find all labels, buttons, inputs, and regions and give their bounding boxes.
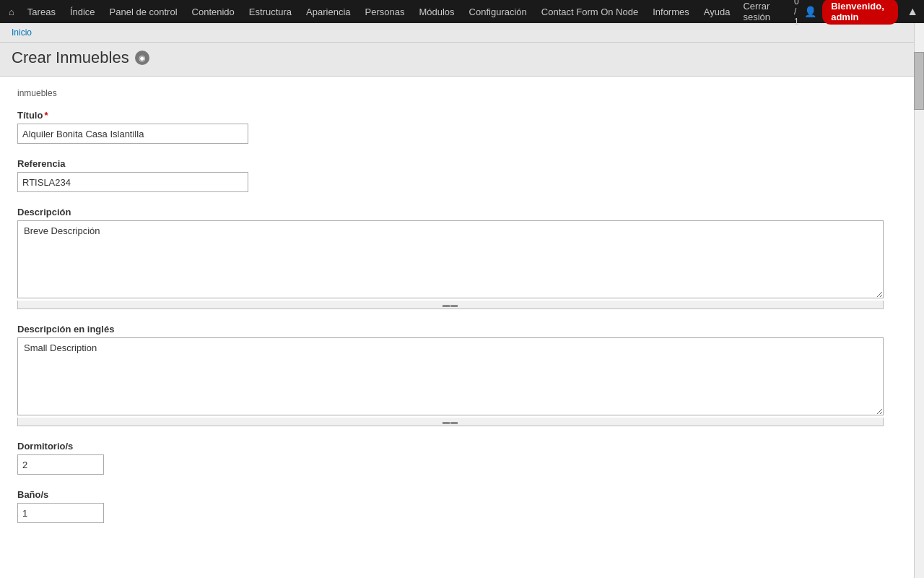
descripcion-label: Descripción: [17, 207, 907, 217]
home-icon: ⌂: [9, 7, 14, 17]
resize-dots: ▬▬: [443, 301, 458, 309]
referencia-label: Referencia: [17, 158, 907, 169]
main-content: inmuebles Título* Referencia Descripción…: [0, 77, 924, 549]
scroll-up-arrow[interactable]: ▲: [904, 5, 921, 18]
page-title: Crear Inmuebles: [12, 48, 129, 67]
nav-item-contact-form[interactable]: Contact Form On Node: [534, 0, 645, 23]
descripcion-en-textarea-wrapper: ▬▬: [17, 337, 884, 426]
descripcion-en-resize-handle[interactable]: ▬▬: [17, 418, 884, 426]
person-icon: 👤: [804, 6, 816, 17]
referencia-group: Referencia: [17, 158, 907, 192]
dormitorios-label: Dormitorio/s: [17, 441, 907, 452]
scrollbar-thumb[interactable]: [914, 52, 924, 110]
titulo-required: *: [44, 110, 48, 121]
nav-item-indice[interactable]: Índice: [63, 0, 103, 23]
descripcion-en-group: Descripción en inglés ▬▬: [17, 324, 907, 426]
scrollbar[interactable]: [914, 23, 924, 549]
resize-dots-en: ▬▬: [443, 418, 458, 426]
nav-item-tareas[interactable]: Tareas: [20, 0, 63, 23]
referencia-input[interactable]: [17, 172, 248, 192]
nav-item-apariencia[interactable]: Apariencia: [299, 0, 357, 23]
nav-item-ayuda[interactable]: Ayuda: [697, 0, 738, 23]
breadcrumb-inicio[interactable]: Inicio: [12, 27, 32, 38]
nav-items-list: ⌂ Tareas Índice Panel de control Conteni…: [3, 0, 737, 23]
top-navigation: ⌂ Tareas Índice Panel de control Conteni…: [0, 0, 924, 23]
nav-item-estructura[interactable]: Estructura: [242, 0, 299, 23]
descripcion-en-label: Descripción en inglés: [17, 324, 907, 335]
dormitorios-input[interactable]: [17, 454, 104, 475]
descripcion-textarea-wrapper: ▬▬: [17, 220, 884, 309]
banos-group: Baño/s: [17, 489, 907, 523]
nav-item-panel[interactable]: Panel de control: [103, 0, 185, 23]
titulo-group: Título*: [17, 110, 907, 144]
nav-item-personas[interactable]: Personas: [358, 0, 412, 23]
dormitorios-group: Dormitorio/s: [17, 441, 907, 475]
user-count: 0 / 1 👤: [794, 0, 816, 27]
descripcion-group: Descripción ▬▬: [17, 207, 907, 309]
nav-right-area: Cerrar sesión 0 / 1 👤 Bienvenido, admin …: [737, 0, 921, 27]
nav-item-modulos[interactable]: Módulos: [411, 0, 461, 23]
nav-item-contenido[interactable]: Contenido: [185, 0, 242, 23]
descripcion-resize-handle[interactable]: ▬▬: [17, 301, 884, 309]
descripcion-textarea[interactable]: [17, 220, 884, 298]
titulo-label: Título*: [17, 110, 907, 121]
bienvenido-badge: Bienvenido, admin: [822, 0, 898, 25]
nav-item-informes[interactable]: Informes: [645, 0, 697, 23]
nav-item-configuracion[interactable]: Configuración: [462, 0, 534, 23]
content-type-label: inmuebles: [17, 88, 907, 98]
cerrar-sesion-button[interactable]: Cerrar sesión: [737, 1, 788, 22]
shortcut-icon[interactable]: ◉: [135, 51, 149, 65]
descripcion-en-textarea[interactable]: [17, 337, 884, 415]
home-nav-item[interactable]: ⌂: [3, 0, 20, 23]
page-header: Crear Inmuebles ◉: [0, 43, 924, 77]
banos-input[interactable]: [17, 503, 104, 523]
banos-label: Baño/s: [17, 489, 907, 500]
titulo-input[interactable]: [17, 124, 248, 144]
